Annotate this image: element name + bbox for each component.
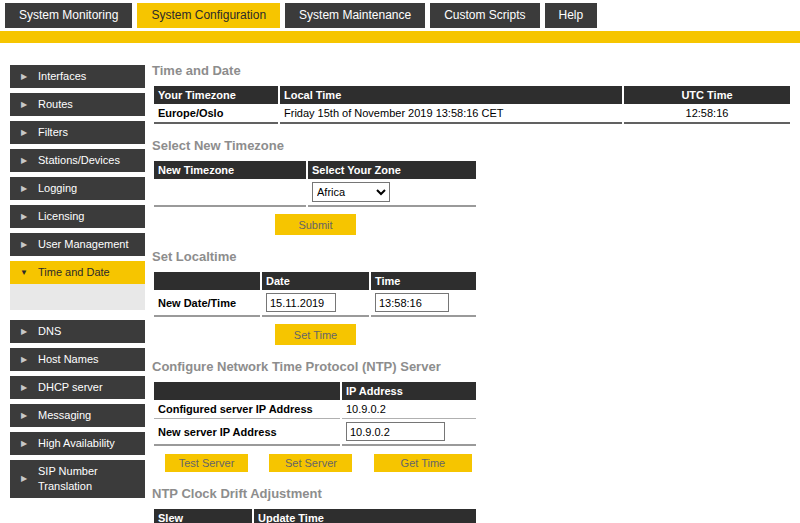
tab-help[interactable]: Help xyxy=(545,3,598,28)
empty-header-cell xyxy=(154,382,340,400)
chevron-right-icon: ▶ xyxy=(10,212,38,221)
col-header-local-time: Local Time xyxy=(280,86,622,104)
col-header-update-time: Update Time xyxy=(254,509,476,523)
section-heading-set-localtime: Set Localtime xyxy=(152,249,792,264)
chevron-right-icon: ▶ xyxy=(10,184,38,193)
section-heading-time-and-date: Time and Date xyxy=(152,63,792,78)
col-header-ip-address: IP Address xyxy=(342,382,476,400)
new-server-ip-input[interactable] xyxy=(346,422,445,441)
col-header-select-your-zone: Select Your Zone xyxy=(308,161,476,179)
sidebar-item-dhcp-server[interactable]: ▶ DHCP server xyxy=(10,376,145,399)
ntp-server-table: IP Address Configured server IP Address … xyxy=(152,382,478,446)
col-header-date: Date xyxy=(262,272,369,290)
sidebar-item-time-and-date[interactable]: ▼ Time and Date xyxy=(10,261,145,284)
ntp-buttons-row: Test Server Set Server Get Time xyxy=(152,453,792,472)
empty-cell xyxy=(154,179,306,207)
table-row: Europe/Oslo Friday 15th of November 2019… xyxy=(154,104,790,124)
sidebar-nav: ▶ Interfaces ▶ Routes ▶ Filters ▶ Statio… xyxy=(0,43,145,503)
new-timezone-table: New Timezone Select Your Zone Africa xyxy=(152,161,478,207)
table-row: Africa xyxy=(154,179,476,207)
time-input[interactable] xyxy=(375,293,449,312)
main-content: Time and Date Your Timezone Local Time U… xyxy=(145,43,800,523)
local-time-value: Friday 15th of November 2019 13:58:16 CE… xyxy=(280,104,622,124)
table-row: New server IP Address xyxy=(154,419,476,446)
chevron-right-icon: ▶ xyxy=(10,327,38,336)
col-header-utc-time: UTC Time xyxy=(624,86,790,104)
empty-header-cell xyxy=(154,272,260,290)
timezone-table: Your Timezone Local Time UTC Time Europe… xyxy=(152,86,792,124)
sidebar-item-interfaces[interactable]: ▶ Interfaces xyxy=(10,65,145,88)
test-server-button[interactable]: Test Server xyxy=(165,454,248,472)
chevron-right-icon: ▶ xyxy=(10,411,38,420)
sidebar-item-licensing[interactable]: ▶ Licensing xyxy=(10,205,145,228)
submit-button[interactable]: Submit xyxy=(275,214,356,235)
new-date-time-label: New Date/Time xyxy=(154,290,260,317)
tab-system-monitoring[interactable]: System Monitoring xyxy=(5,3,132,28)
accent-bar xyxy=(0,31,800,43)
section-heading-select-new-timezone: Select New Timezone xyxy=(152,138,792,153)
sidebar-item-messaging[interactable]: ▶ Messaging xyxy=(10,404,145,427)
sidebar-submenu-panel xyxy=(10,284,145,310)
chevron-right-icon: ▶ xyxy=(10,156,38,165)
sidebar-item-user-management[interactable]: ▶ User Management xyxy=(10,233,145,256)
tab-system-maintenance[interactable]: System Maintenance xyxy=(285,3,425,28)
col-header-time: Time xyxy=(371,272,476,290)
chevron-down-icon: ▼ xyxy=(10,268,38,277)
chevron-right-icon: ▶ xyxy=(10,128,38,137)
set-localtime-table: Date Time New Date/Time xyxy=(152,272,478,317)
timezone-value: Europe/Oslo xyxy=(154,104,278,124)
table-row: Configured server IP Address 10.9.0.2 xyxy=(154,400,476,419)
ntp-drift-table: Slew Update Time 0 No adjustment xyxy=(152,509,478,523)
timezone-select[interactable]: Africa xyxy=(312,182,390,202)
set-time-button[interactable]: Set Time xyxy=(275,324,356,345)
sidebar-item-filters[interactable]: ▶ Filters xyxy=(10,121,145,144)
chevron-right-icon: ▶ xyxy=(10,355,38,364)
section-heading-ntp-drift: NTP Clock Drift Adjustment xyxy=(152,486,792,501)
section-heading-ntp-server: Configure Network Time Protocol (NTP) Se… xyxy=(152,359,792,374)
chevron-right-icon: ▶ xyxy=(10,474,38,483)
sidebar-item-sip-number-translation[interactable]: ▶ SIP Number Translation xyxy=(10,460,145,498)
chevron-right-icon: ▶ xyxy=(10,72,38,81)
sidebar-item-high-availability[interactable]: ▶ High Availability xyxy=(10,432,145,455)
col-header-new-timezone: New Timezone xyxy=(154,161,306,179)
sidebar-item-host-names[interactable]: ▶ Host Names xyxy=(10,348,145,371)
new-server-label: New server IP Address xyxy=(154,419,340,446)
main-tab-bar: System Monitoring System Configuration S… xyxy=(0,0,800,28)
chevron-right-icon: ▶ xyxy=(10,383,38,392)
chevron-right-icon: ▶ xyxy=(10,100,38,109)
col-header-slew: Slew xyxy=(154,509,252,523)
tab-system-configuration[interactable]: System Configuration xyxy=(137,3,280,28)
utc-time-value: 12:58:16 xyxy=(624,104,790,124)
configured-server-label: Configured server IP Address xyxy=(154,400,340,419)
sidebar-item-logging[interactable]: ▶ Logging xyxy=(10,177,145,200)
date-input[interactable] xyxy=(266,293,336,312)
configured-server-value: 10.9.0.2 xyxy=(342,400,476,419)
chevron-right-icon: ▶ xyxy=(10,439,38,448)
sidebar-item-stations-devices[interactable]: ▶ Stations/Devices xyxy=(10,149,145,172)
set-server-button[interactable]: Set Server xyxy=(269,454,352,472)
tab-custom-scripts[interactable]: Custom Scripts xyxy=(430,3,539,28)
table-row: New Date/Time xyxy=(154,290,476,317)
col-header-your-timezone: Your Timezone xyxy=(154,86,278,104)
get-time-button[interactable]: Get Time xyxy=(374,454,472,472)
sidebar-item-routes[interactable]: ▶ Routes xyxy=(10,93,145,116)
chevron-right-icon: ▶ xyxy=(10,240,38,249)
sidebar-item-dns[interactable]: ▶ DNS xyxy=(10,320,145,343)
